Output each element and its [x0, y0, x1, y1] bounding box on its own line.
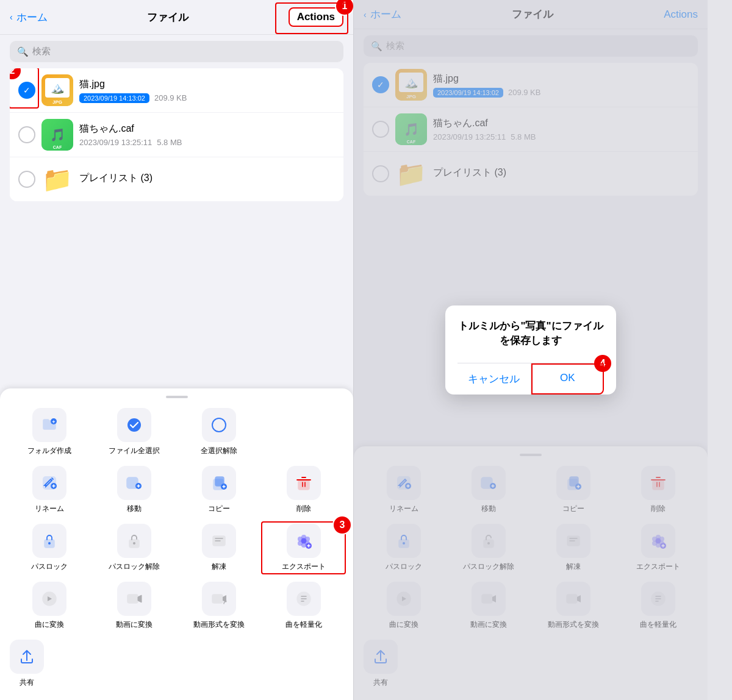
step4-badge: 4 — [593, 354, 612, 373]
caf-file-size: 5.8 MB — [157, 138, 182, 147]
left-back-button[interactable]: ‹ ホーム — [10, 10, 48, 24]
svg-point-2 — [127, 418, 141, 432]
action-create-folder[interactable]: + フォルダ作成 — [10, 408, 90, 456]
jpg-file-icon: 🏔️ JPG — [41, 74, 73, 106]
action-compress-music[interactable]: 曲を軽量化 — [264, 582, 343, 630]
action-deselect-all[interactable]: 全選択解除 — [179, 408, 259, 456]
step3-badge: 3 — [332, 515, 352, 535]
freeze-label: 解凍 — [212, 562, 226, 572]
action-change-format[interactable]: 動画形式を変換 — [179, 582, 259, 630]
svg-rect-26 — [127, 595, 138, 603]
deselect-all-label: 全選択解除 — [201, 446, 237, 456]
left-search-placeholder: 検索 — [32, 46, 51, 57]
move-icon-wrap — [117, 466, 151, 500]
action-rename[interactable]: リネーム — [10, 466, 90, 514]
caf-file-icon: 🎵 CAF — [41, 119, 73, 151]
compress-music-icon — [295, 590, 312, 607]
compress-music-icon-wrap — [287, 582, 321, 616]
select-all-icon-wrap — [117, 408, 151, 442]
file-item-playlist[interactable]: 📁 プレイリスト (3) — [10, 157, 343, 201]
action-passlock[interactable]: パスロック — [10, 524, 90, 572]
jpg-checkbox[interactable]: ✓ — [18, 82, 35, 99]
delete-label: 削除 — [296, 504, 311, 514]
search-icon: 🔍 — [17, 46, 29, 57]
select-all-icon — [126, 416, 143, 434]
svg-point-15 — [133, 542, 135, 545]
dialog-cancel-button[interactable]: キャンセル — [458, 363, 531, 395]
copy-icon — [210, 474, 228, 491]
copy-icon-wrap — [202, 466, 236, 500]
export-icon-wrap — [287, 524, 321, 558]
passlock-icon-wrap — [32, 524, 66, 558]
share-label: 共有 — [20, 677, 34, 688]
left-file-list: 2 ✓ 🏔️ JPG 猫.jpg 2023/09/19 14:13:02 20 — [10, 68, 343, 201]
action-share[interactable]: 共有 — [10, 640, 44, 688]
jpg-file-name: 猫.jpg — [79, 78, 335, 91]
rename-label: リネーム — [35, 504, 64, 514]
confirm-dialog: トルミルから"写真"にファイルを保存します キャンセル 4 OK — [445, 305, 616, 395]
delete-icon — [295, 474, 312, 491]
dialog-ok-wrap: 4 OK — [531, 363, 605, 395]
passlock-label: パスロック — [31, 562, 68, 572]
step1-badge: 1 — [335, 0, 354, 16]
move-icon — [126, 474, 143, 491]
caf-file-meta: 2023/09/19 13:25:11 5.8 MB — [79, 138, 335, 147]
export-icon — [294, 531, 314, 551]
playlist-checkbox[interactable] — [18, 171, 35, 188]
share-icon — [18, 648, 35, 665]
move-label: 移動 — [127, 504, 142, 514]
action-delete[interactable]: 削除 — [264, 466, 343, 514]
delete-icon-wrap — [287, 466, 321, 500]
caf-date: 2023/09/19 13:25:11 — [79, 138, 152, 147]
right-overlay: トルミルから"写真"にファイルを保存します キャンセル 4 OK — [354, 0, 708, 700]
checkmark-icon: ✓ — [23, 85, 30, 95]
left-search-bar[interactable]: 🔍 検索 — [10, 41, 343, 62]
left-title: ファイル — [147, 10, 188, 24]
action-move[interactable]: 移動 — [95, 466, 174, 514]
svg-point-23 — [301, 538, 306, 544]
rename-icon — [41, 474, 58, 491]
select-all-label: ファイル全選択 — [109, 446, 160, 456]
left-header: ‹ ホーム ファイル Actions 1 — [0, 0, 353, 35]
create-folder-icon: + — [41, 416, 58, 434]
left-actions-button[interactable]: Actions — [289, 7, 343, 27]
action-copy[interactable]: コピー — [179, 466, 259, 514]
to-video-label: 動画に変換 — [116, 620, 152, 630]
file-item-jpg[interactable]: 2 ✓ 🏔️ JPG 猫.jpg 2023/09/19 14:13:02 20 — [10, 68, 343, 113]
file-item-caf[interactable]: 🎵 CAF 猫ちゃん.caf 2023/09/19 13:25:11 5.8 M… — [10, 113, 343, 157]
dialog-buttons: キャンセル 4 OK — [458, 363, 604, 395]
playlist-info: プレイリスト (3) — [79, 172, 335, 187]
compress-music-label: 曲を軽量化 — [285, 620, 322, 630]
action-select-all[interactable]: ファイル全選択 — [95, 408, 174, 456]
change-format-icon — [210, 590, 228, 607]
svg-rect-11 — [298, 480, 309, 490]
export-label: エクスポート — [282, 562, 326, 572]
jpg-file-meta: 2023/09/19 14:13:02 209.9 KB — [79, 93, 335, 103]
passlock-icon — [41, 532, 58, 549]
freeze-icon — [210, 532, 228, 549]
rename-icon-wrap — [32, 466, 66, 500]
change-format-icon-wrap — [202, 582, 236, 616]
actions-row-share: 共有 — [0, 640, 353, 688]
action-to-music[interactable]: 曲に変換 — [10, 582, 90, 630]
svg-text:+: + — [52, 419, 56, 425]
action-to-video[interactable]: 動画に変換 — [95, 582, 174, 630]
left-actions-wrap: Actions 1 — [289, 7, 343, 27]
svg-point-13 — [48, 542, 51, 545]
unlock-icon — [126, 532, 143, 549]
caf-checkbox[interactable] — [18, 126, 35, 143]
svg-point-3 — [212, 418, 226, 432]
actions-grid: + フォルダ作成 ファイル全選択 — [0, 408, 353, 630]
deselect-all-icon-wrap — [202, 408, 236, 442]
jpg-file-size: 209.9 KB — [154, 93, 187, 102]
action-export[interactable]: 3 エクスポート — [264, 524, 343, 572]
jpg-date-badge: 2023/09/19 14:13:02 — [79, 93, 149, 103]
to-music-label: 曲に変換 — [35, 620, 64, 630]
right-panel: ‹ ホーム ファイル Actions 🔍 検索 ✓ 🏔️ JPG — [354, 0, 708, 700]
action-freeze[interactable]: 解凍 — [179, 524, 259, 572]
change-format-label: 動画形式を変換 — [193, 620, 245, 630]
dialog-ok-button[interactable]: OK — [531, 363, 605, 393]
svg-rect-27 — [212, 595, 223, 603]
create-folder-icon-wrap: + — [32, 408, 66, 442]
action-unlock-pass[interactable]: パスロック解除 — [95, 524, 174, 572]
